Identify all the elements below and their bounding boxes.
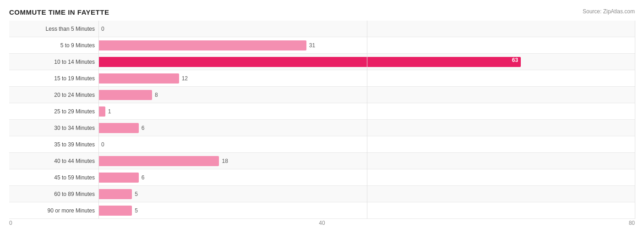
bar-track: 12 xyxy=(98,73,635,84)
bar-row: Less than 5 Minutes0 xyxy=(9,21,635,37)
bar-track: 6 xyxy=(98,123,635,133)
bar-label: 45 to 59 Minutes xyxy=(9,174,98,181)
bar-track: 63 xyxy=(98,57,635,67)
x-axis-label: 40 xyxy=(319,220,325,226)
bar-track: 5 xyxy=(98,206,635,216)
bar-track: 0 xyxy=(98,140,635,150)
bar-label: 60 to 89 Minutes xyxy=(9,191,98,197)
chart-container: COMMUTE TIME IN FAYETTE Source: ZipAtlas… xyxy=(0,0,644,240)
bar-label: 90 or more Minutes xyxy=(9,207,98,214)
bar-value: 31 xyxy=(309,42,315,49)
bar-row: 60 to 89 Minutes5 xyxy=(9,186,635,202)
bar-track: 6 xyxy=(98,173,635,183)
bar-value: 63 xyxy=(512,57,518,63)
bar-row: 30 to 34 Minutes6 xyxy=(9,120,635,136)
bar-fill xyxy=(98,173,139,183)
bar-track: 31 xyxy=(98,40,635,50)
bar-row: 35 to 39 Minutes0 xyxy=(9,136,635,153)
bar-value: 18 xyxy=(222,158,228,164)
bar-row: 10 to 14 Minutes63 xyxy=(9,54,635,70)
bar-fill xyxy=(98,189,132,199)
bar-label: 40 to 44 Minutes xyxy=(9,158,98,164)
bar-value: 8 xyxy=(155,92,158,98)
bar-fill xyxy=(98,90,152,100)
bar-fill: 63 xyxy=(98,57,521,67)
bar-value: 5 xyxy=(135,191,138,197)
x-axis-container: 04080 xyxy=(9,220,635,229)
bar-fill xyxy=(98,73,179,84)
bar-track: 18 xyxy=(98,156,635,166)
bar-track: 1 xyxy=(98,106,635,117)
x-axis-label: 0 xyxy=(9,220,12,226)
x-axis-label: 80 xyxy=(629,220,635,226)
bar-row: 25 to 29 Minutes1 xyxy=(9,103,635,120)
bar-fill xyxy=(98,156,219,166)
bar-label: 10 to 14 Minutes xyxy=(9,59,98,65)
bar-row: 45 to 59 Minutes6 xyxy=(9,169,635,186)
bar-row: 5 to 9 Minutes31 xyxy=(9,37,635,54)
bar-value: 6 xyxy=(142,125,145,131)
bar-label: 25 to 29 Minutes xyxy=(9,108,98,115)
bar-row: 15 to 19 Minutes12 xyxy=(9,70,635,87)
bar-row: 90 or more Minutes5 xyxy=(9,202,635,219)
bar-fill xyxy=(98,123,139,133)
bar-value: 12 xyxy=(182,75,188,82)
bar-value: 0 xyxy=(101,141,104,148)
bar-track: 5 xyxy=(98,189,635,199)
bar-value: 5 xyxy=(135,207,138,214)
chart-source: Source: ZipAtlas.com xyxy=(583,8,635,15)
bar-track: 0 xyxy=(98,24,635,34)
bar-label: Less than 5 Minutes xyxy=(9,26,98,32)
bar-fill xyxy=(98,206,132,216)
bar-track: 8 xyxy=(98,90,635,100)
bar-value: 1 xyxy=(108,108,111,115)
chart-title: COMMUTE TIME IN FAYETTE xyxy=(9,8,109,16)
bar-value: 0 xyxy=(101,26,104,32)
bar-value: 6 xyxy=(142,174,145,181)
bar-row: 40 to 44 Minutes18 xyxy=(9,153,635,169)
bars-area: Less than 5 Minutes05 to 9 Minutes3110 t… xyxy=(9,21,635,219)
bar-row: 20 to 24 Minutes8 xyxy=(9,87,635,103)
bar-label: 5 to 9 Minutes xyxy=(9,42,98,49)
bar-label: 30 to 34 Minutes xyxy=(9,125,98,131)
bar-fill xyxy=(98,40,306,50)
bar-fill xyxy=(98,106,105,117)
bar-label: 35 to 39 Minutes xyxy=(9,141,98,148)
bar-label: 20 to 24 Minutes xyxy=(9,92,98,98)
chart-header: COMMUTE TIME IN FAYETTE Source: ZipAtlas… xyxy=(9,8,635,16)
bar-label: 15 to 19 Minutes xyxy=(9,75,98,82)
